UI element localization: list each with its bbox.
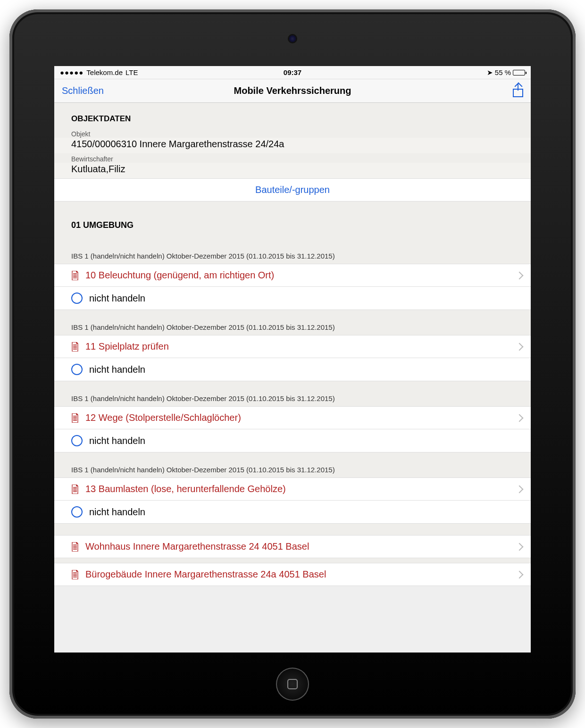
item-row-11[interactable]: 11 Spielplatz prüfen: [54, 335, 531, 358]
radio-icon: [71, 364, 83, 375]
page-title: Mobile Verkehrssicherung: [234, 85, 351, 96]
ibs-label: IBS 1 (handeln/nicht handeln) Oktober-De…: [54, 239, 531, 264]
item-row-10[interactable]: 10 Beleuchtung (genügend, am richtigen O…: [54, 264, 531, 287]
share-icon: [513, 85, 523, 97]
item-title: 11 Spielplatz prüfen: [85, 341, 169, 352]
radio-icon: [71, 293, 83, 304]
radio-row-10[interactable]: nicht handeln: [54, 287, 531, 310]
chevron-right-icon: [516, 343, 524, 351]
item-row-13[interactable]: 13 Baumlasten (lose, herunterfallende Ge…: [54, 477, 531, 501]
building-row-0[interactable]: Wohnhaus Innere Margarethenstrasse 24 40…: [54, 535, 531, 558]
item-title: 12 Wege (Stolperstelle/Schlaglöcher): [85, 412, 241, 423]
document-icon: [71, 413, 79, 423]
document-icon: [71, 485, 79, 494]
radio-row-11[interactable]: nicht handeln: [54, 358, 531, 381]
radio-label: nicht handeln: [89, 364, 145, 375]
status-right: ➤ 55 %: [487, 68, 525, 77]
objekt-value: 4150/00006310 Innere Margarethenstrasse …: [54, 138, 531, 153]
document-icon: [71, 542, 79, 552]
status-bar: ●●●●● Telekom.de LTE 09:37 ➤ 55 %: [54, 66, 531, 79]
document-icon: [71, 271, 79, 280]
document-icon: [71, 570, 79, 579]
chevron-right-icon: [516, 485, 524, 493]
carrier-label: Telekom.de: [86, 68, 123, 76]
location-icon: ➤: [487, 68, 493, 77]
radio-icon: [71, 506, 83, 518]
building-title: Wohnhaus Innere Margarethenstrasse 24 40…: [85, 541, 309, 552]
item-title: 10 Beleuchtung (genügend, am richtigen O…: [85, 270, 274, 281]
objekt-label: Objekt: [54, 128, 531, 138]
document-icon: [71, 342, 79, 351]
share-button[interactable]: [513, 85, 523, 97]
chevron-right-icon: [516, 271, 524, 279]
item-title: 13 Baumlasten (lose, herunterfallende Ge…: [85, 484, 286, 494]
status-left: ●●●●● Telekom.de LTE: [60, 68, 138, 76]
ibs-label: IBS 1 (handeln/nicht handeln) Oktober-De…: [54, 452, 531, 477]
radio-icon: [71, 435, 83, 446]
chevron-right-icon: [516, 414, 524, 422]
battery-pct: 55 %: [495, 68, 511, 76]
home-button[interactable]: [276, 668, 309, 701]
radio-label: nicht handeln: [89, 435, 145, 446]
radio-row-13[interactable]: nicht handeln: [54, 501, 531, 524]
close-button[interactable]: Schließen: [62, 85, 104, 96]
bauteile-link[interactable]: Bauteile/-gruppen: [54, 178, 531, 201]
nav-bar: Schließen Mobile Verkehrssicherung: [54, 79, 531, 103]
radio-row-12[interactable]: nicht handeln: [54, 429, 531, 452]
item-row-12[interactable]: 12 Wege (Stolperstelle/Schlaglöcher): [54, 406, 531, 429]
chevron-right-icon: [516, 543, 524, 551]
ibs-label: IBS 1 (handeln/nicht handeln) Oktober-De…: [54, 310, 531, 335]
screen: ●●●●● Telekom.de LTE 09:37 ➤ 55 % Schlie…: [54, 66, 531, 653]
signal-dots-icon: ●●●●●: [60, 68, 84, 76]
network-label: LTE: [125, 68, 138, 76]
camera-dot: [289, 35, 296, 42]
radio-label: nicht handeln: [89, 293, 145, 304]
ipad-frame: ●●●●● Telekom.de LTE 09:37 ➤ 55 % Schlie…: [9, 9, 576, 719]
building-title: Bürogebäude Innere Margarethenstrasse 24…: [85, 569, 326, 580]
battery-icon: [513, 70, 525, 75]
content: OBJEKTDATEN Objekt 4150/00006310 Innere …: [54, 103, 531, 586]
bewirt-label: Bewirtschafter: [54, 153, 531, 163]
bewirt-value: Kutluata,Filiz: [54, 163, 531, 178]
ibs-label: IBS 1 (handeln/nicht handeln) Oktober-De…: [54, 381, 531, 406]
building-row-1[interactable]: Bürogebäude Innere Margarethenstrasse 24…: [54, 563, 531, 586]
home-square-icon: [287, 679, 298, 689]
radio-label: nicht handeln: [89, 507, 145, 518]
umgebung-header: 01 UMGEBUNG: [54, 201, 531, 239]
objektdaten-header: OBJEKTDATEN: [54, 103, 531, 128]
chevron-right-icon: [516, 570, 524, 578]
clock-label: 09:37: [284, 68, 301, 76]
